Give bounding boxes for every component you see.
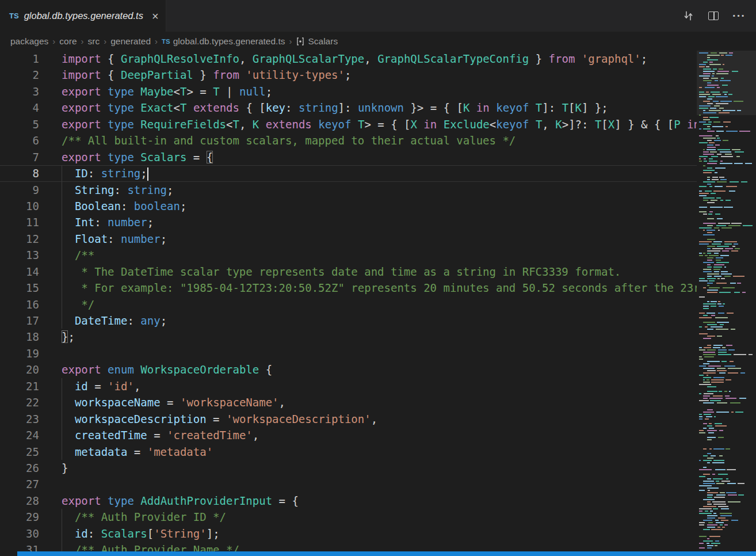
code-editor[interactable]: 1import { GraphQLResolveInfo, GraphQLSca… xyxy=(0,51,756,556)
minimap-line xyxy=(697,368,756,369)
code-line[interactable]: 16 */ xyxy=(0,296,697,313)
line-number[interactable]: 22 xyxy=(0,394,39,410)
code-token: import xyxy=(62,68,101,81)
code-line[interactable]: 1import { GraphQLResolveInfo, GraphQLSca… xyxy=(0,51,697,67)
code-line[interactable]: 5export type RequireFields<T, K extends … xyxy=(0,116,697,132)
split-editor-icon[interactable] xyxy=(708,12,719,20)
minimap-mark xyxy=(703,352,715,353)
breadcrumb-item-src[interactable]: src xyxy=(88,36,100,47)
line-number[interactable]: 2 xyxy=(0,67,39,83)
minimap-mark xyxy=(724,94,727,95)
line-number[interactable]: 25 xyxy=(0,444,39,460)
code-token: export xyxy=(62,118,101,131)
code-line[interactable]: 7export type Scalars = { xyxy=(0,149,697,165)
line-number[interactable]: 15 xyxy=(0,280,39,296)
code-token: ; xyxy=(140,167,147,180)
code-line[interactable]: 28export type AddAuthProviderInput = { xyxy=(0,493,697,509)
line-number[interactable]: 26 xyxy=(0,460,39,476)
close-tab-icon[interactable]: × xyxy=(152,10,159,22)
line-number[interactable]: 27 xyxy=(0,476,39,492)
breadcrumb-item-packages[interactable]: packages xyxy=(10,36,48,47)
line-number[interactable]: 8 xyxy=(0,165,39,181)
code-line[interactable]: 26} xyxy=(0,460,697,476)
minimap-mark xyxy=(707,370,716,371)
line-number[interactable]: 18 xyxy=(0,329,39,345)
code-line[interactable]: 21 id = 'id', xyxy=(0,378,697,394)
code-line[interactable]: 11 Int: number; xyxy=(0,214,697,230)
line-number[interactable]: 13 xyxy=(0,247,39,263)
line-number[interactable]: 29 xyxy=(0,509,39,525)
code-line[interactable]: 25 metadata = 'metadata' xyxy=(0,444,697,460)
code-line[interactable]: 30 id: Scalars['String']; xyxy=(0,525,697,542)
line-number[interactable]: 6 xyxy=(0,132,39,148)
code-token xyxy=(437,118,443,131)
code-line[interactable]: 20export enum WorkspaceOrderable { xyxy=(0,361,697,378)
minimap-line xyxy=(697,352,756,353)
line-number[interactable]: 5 xyxy=(0,116,39,132)
open-changes-icon[interactable] xyxy=(682,10,694,21)
code-token: 'String' xyxy=(154,527,207,540)
code-token xyxy=(62,527,75,540)
line-number[interactable]: 3 xyxy=(0,83,39,100)
more-actions-icon[interactable]: ··· xyxy=(732,9,746,22)
code-token: * For example: "1985-04-12T23:20:50.52Z"… xyxy=(62,281,697,294)
minimap[interactable] xyxy=(697,51,756,556)
breadcrumb-item-core[interactable]: core xyxy=(59,36,77,47)
code-line[interactable]: 14 * The DateTime scalar type represents… xyxy=(0,264,697,280)
line-number[interactable]: 10 xyxy=(0,198,39,214)
minimap-mark xyxy=(699,243,709,245)
code-line[interactable]: 19 xyxy=(0,345,697,361)
line-number[interactable]: 20 xyxy=(0,361,39,378)
minimap-mark xyxy=(716,329,728,330)
line-number[interactable]: 16 xyxy=(0,296,39,313)
code-token: Int xyxy=(75,216,94,229)
line-number[interactable]: 30 xyxy=(0,525,39,542)
line-number[interactable]: 23 xyxy=(0,411,39,427)
breadcrumb-item-scalars[interactable]: Scalars xyxy=(296,36,338,47)
code-line[interactable]: 29 /** Auth Provider ID */ xyxy=(0,509,697,525)
code-line[interactable]: 6/** All built-in and custom scalars, ma… xyxy=(0,132,697,148)
minimap-mark xyxy=(719,68,723,70)
minimap-mark xyxy=(726,448,730,450)
code-line[interactable]: 22 workspaceName = 'workspaceName', xyxy=(0,394,697,410)
minimap-mark xyxy=(711,156,718,157)
line-number[interactable]: 17 xyxy=(0,313,39,329)
minimap-line xyxy=(697,124,756,125)
line-number[interactable]: 1 xyxy=(0,51,39,67)
code-token: { [ xyxy=(239,101,266,114)
minimap-mark xyxy=(703,117,708,118)
indent-guide xyxy=(62,313,62,329)
code-line[interactable]: 3export type Maybe<T> = T | null; xyxy=(0,83,697,100)
line-number[interactable]: 19 xyxy=(0,345,39,361)
code-area[interactable]: 1import { GraphQLResolveInfo, GraphQLSca… xyxy=(0,51,697,556)
code-token: X xyxy=(608,118,614,131)
code-line[interactable]: 9 String: string; xyxy=(0,182,697,198)
code-line[interactable]: 4export type Exact<T extends { [key: str… xyxy=(0,100,697,116)
line-number[interactable]: 11 xyxy=(0,214,39,230)
code-line[interactable]: 23 workspaceDescription = 'workspaceDesc… xyxy=(0,411,697,427)
breadcrumb-label: src xyxy=(88,36,100,47)
code-line[interactable]: 27 xyxy=(0,476,697,492)
line-number[interactable]: 4 xyxy=(0,100,39,116)
line-number[interactable]: 7 xyxy=(0,149,39,165)
breadcrumb-item-generated[interactable]: generated xyxy=(110,36,151,47)
tab-global-db-types-generated[interactable]: TS global.db.types.generated.ts × xyxy=(0,0,166,32)
code-line[interactable]: 18}; xyxy=(0,329,697,345)
code-token: RequireFields xyxy=(140,118,226,131)
code-line[interactable]: 10 Boolean: boolean; xyxy=(0,198,697,214)
code-line[interactable]: 17 DateTime: any; xyxy=(0,313,697,329)
code-line[interactable]: 13 /** xyxy=(0,247,697,263)
code-line[interactable]: 2import { DeepPartial } from 'utility-ty… xyxy=(0,67,697,83)
breadcrumb-item-global-db-types-generated-ts[interactable]: TSglobal.db.types.generated.ts xyxy=(162,36,285,47)
line-number[interactable]: 9 xyxy=(0,182,39,198)
minimap-line xyxy=(697,382,756,383)
code-line[interactable]: 12 Float: number; xyxy=(0,231,697,247)
line-number[interactable]: 24 xyxy=(0,427,39,443)
code-line[interactable]: 8 ID: string; xyxy=(0,165,697,181)
line-number[interactable]: 12 xyxy=(0,231,39,247)
line-number[interactable]: 14 xyxy=(0,264,39,280)
code-line[interactable]: 24 createdTime = 'createdTime', xyxy=(0,427,697,443)
line-number[interactable]: 21 xyxy=(0,378,39,394)
line-number[interactable]: 28 xyxy=(0,493,39,509)
code-line[interactable]: 15 * For example: "1985-04-12T23:20:50.5… xyxy=(0,280,697,296)
